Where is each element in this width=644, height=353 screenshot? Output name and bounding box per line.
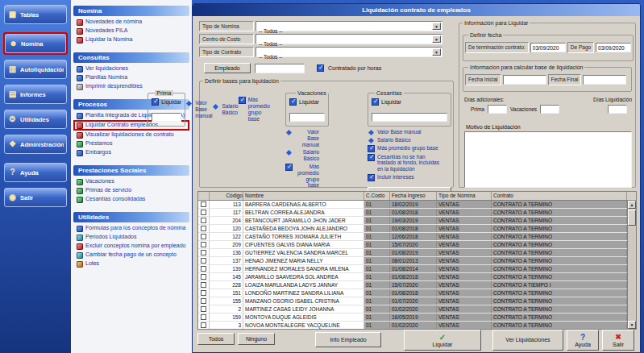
row-checkbox[interactable]	[201, 298, 206, 304]
sidebar-button-informes[interactable]: ▤Informes	[4, 85, 67, 104]
table-row[interactable]: 204BETANCOURT JARAMILLO JHON JADER0119/0…	[198, 217, 627, 225]
row-checkbox[interactable]	[201, 274, 206, 280]
table-row[interactable]: 209CIFUENTES GALVIS DIANA MARIA0115/07/2…	[198, 241, 627, 249]
option-checkbox[interactable]	[368, 154, 375, 161]
table-row[interactable]: 120CASTAÑEDA BEDOYA JOHN ALEJANDRO0101/0…	[198, 225, 627, 233]
base-value-input[interactable]	[289, 113, 325, 122]
row-checkbox[interactable]	[201, 250, 206, 255]
dias-prima-input[interactable]	[488, 105, 507, 114]
row-checkbox[interactable]	[201, 290, 206, 296]
terminacion-date-input[interactable]	[530, 43, 566, 52]
table-row[interactable]: 151LONDOÑO MARTINEZ SANDRA LILIANA0101/0…	[198, 289, 627, 297]
menu-item-embargos[interactable]: Embargos	[73, 148, 189, 157]
option-valor-base-manual[interactable]: Valor Base manual	[185, 100, 212, 118]
scroll-down-icon[interactable]: ▼	[628, 321, 636, 329]
liquidar-checkbox[interactable]	[152, 98, 159, 106]
ninguno-button[interactable]: Ninguno	[238, 333, 275, 345]
salir-button[interactable]: ✖ Salir	[602, 330, 634, 351]
row-checkbox[interactable]	[201, 242, 206, 247]
option-salario-basico[interactable]: Salario Básico	[212, 103, 238, 116]
option-checkbox[interactable]	[368, 145, 375, 152]
scroll-up-icon[interactable]: ▲	[628, 201, 636, 209]
ver-liquidaciones-button[interactable]: Ver Liquidaciones	[492, 330, 563, 351]
row-checkbox[interactable]	[201, 258, 206, 264]
contratado-horas-checkbox[interactable]	[317, 64, 324, 72]
sidebar-button-salir[interactable]: ◉Salir	[4, 188, 67, 207]
empleado-button[interactable]: Empleado	[204, 63, 251, 73]
menu-item-novedades-pila[interactable]: Novedades PILA	[73, 27, 189, 35]
chevron-down-icon[interactable]: ▼	[432, 35, 441, 43]
fecha-final-input[interactable]	[583, 75, 626, 85]
base-value-input[interactable]	[152, 113, 181, 122]
table-row[interactable]: 122CASTAÑO TORRES XIOMARA JULIETH0112/06…	[198, 233, 627, 241]
row-checkbox[interactable]	[201, 234, 206, 239]
menu-item-planillas-nomina[interactable]: Planillas Nomina	[73, 73, 189, 82]
option-salario-basico[interactable]: Salario Básico	[285, 149, 319, 162]
filter-dropdown-tipo-de-nomina[interactable]: -- Todos --▼	[256, 21, 442, 31]
sidebar-button-administracion[interactable]: ❖Administración	[4, 135, 67, 154]
option-mas-promedio-grupo-base[interactable]: Más promedio grupo base	[239, 97, 270, 122]
sidebar-button-nomina[interactable]: ☻Nomina	[5, 34, 66, 53]
row-checkbox[interactable]	[201, 322, 206, 328]
liquidar-checkbox[interactable]	[289, 98, 297, 106]
row-checkbox[interactable]	[201, 226, 206, 231]
empleado-input[interactable]	[255, 64, 305, 73]
option-cesantias-no-se-han-traslado-al-fondo-incluidas-en-la-liquidacion[interactable]: Cesantías no se han traslado al fondo, i…	[368, 154, 451, 172]
menu-item-visualizar-liquidaciones-de-contrato[interactable]: Visualizar liquidaciones de contrato	[73, 131, 189, 139]
sidebar-button-autoliquidacion[interactable]: ▥Autoliquidación	[4, 60, 67, 79]
table-row[interactable]: 136GUTIERREZ VALENCIA SANDRA MARCEL0101/…	[198, 249, 627, 257]
table-row[interactable]: 145JARAMILLO SAAVEDRA SOL ANDREA0101/08/…	[198, 273, 627, 281]
liquidar-checkbox[interactable]	[372, 98, 379, 106]
option-checkbox[interactable]	[368, 174, 375, 181]
base-value-input[interactable]	[372, 113, 447, 122]
option-incluir-intereses[interactable]: Incluir intereses	[368, 174, 451, 181]
menu-item-formulas-para-los-conceptos-de-nomina[interactable]: Fórmulas para los conceptos de nómina	[73, 224, 189, 233]
table-row[interactable]: 113BARRERA CARDENAS ALBERTO0118/02/2019V…	[198, 201, 627, 209]
row-checkbox[interactable]	[201, 201, 206, 207]
table-row[interactable]: 159MONTOYA DUQUE AGLEIDIS0116/05/2019VEN…	[198, 314, 627, 322]
todos-button[interactable]: Todos	[197, 333, 235, 345]
menu-item-novedades-de-nomina[interactable]: Novedades de nómina	[73, 18, 189, 27]
filter-dropdown-centro-de-costo[interactable]: -- Todos --▼	[256, 34, 442, 44]
table-row[interactable]: 137HENAO JIMENEZ MARIA NELLY0108/01/2013…	[198, 257, 627, 265]
sidebar-button-utilidades[interactable]: ⚙Utilidades	[4, 110, 67, 129]
option-checkbox[interactable]	[239, 97, 246, 104]
table-row[interactable]: 228LOAIZA MARULANDA LADYS JANNAY0115/07/…	[198, 281, 627, 289]
chevron-down-icon[interactable]: ▼	[432, 23, 441, 30]
menu-item-ver-liquidaciones[interactable]: Ver liquidaciones	[73, 64, 189, 73]
scrollbar-thumb[interactable]	[628, 210, 636, 226]
table-row[interactable]: 155MANZANO OSORIO ISABEL CRISTINA0101/07…	[198, 297, 627, 305]
filter-dropdown-tipo-de-contrato[interactable]: -- Todos --▼	[256, 47, 442, 57]
table-scrollbar[interactable]: ▲ ▼	[627, 201, 636, 329]
row-checkbox[interactable]	[201, 210, 206, 215]
menu-item-primas-de-servicio[interactable]: Primas de servicio	[73, 186, 189, 195]
menu-item-vacaciones[interactable]: Vacaciones	[73, 177, 189, 186]
option-salario-basico[interactable]: Salario Básico	[368, 137, 451, 143]
menu-item-excluir-conceptos-nomina-por-empleado[interactable]: Excluir conceptos nomina por empleado	[73, 242, 189, 251]
row-checkbox[interactable]	[201, 266, 206, 272]
table-row[interactable]: 139HERNANDEZ MORALES SANDRA MILENA0101/0…	[198, 265, 627, 273]
row-checkbox[interactable]	[201, 218, 206, 223]
chevron-down-icon[interactable]: ▼	[432, 48, 441, 56]
table-row[interactable]: 2MARTINEZ CASAS LEIDY JOHANNA0101/02/202…	[198, 305, 627, 314]
dialog-titlebar[interactable]: Liquidación contrato de empleados	[193, 4, 640, 16]
menu-item-liquidar-la-nomina[interactable]: Liquidar la Nomina	[73, 35, 189, 44]
table-row[interactable]: 3NOVOA MONTEALEGRE YACQUELINE0101/02/202…	[198, 322, 627, 329]
fecha-inicial-input[interactable]	[503, 75, 546, 85]
sidebar-button-ayuda[interactable]: ?Ayuda	[4, 163, 67, 182]
ayuda-button[interactable]: ? Ayuda	[567, 330, 599, 351]
menu-item-cesantias-consolidadas[interactable]: Cesantías consolidadas	[73, 195, 189, 204]
option-valor-base-manual[interactable]: Valor Base manual	[368, 129, 451, 135]
option-mas-promedio-grupo-base[interactable]: Más promedio grupo base	[285, 164, 319, 189]
info-empleado-button[interactable]: Info Empleado	[315, 332, 381, 347]
sidebar-button-tablas[interactable]: ▦Tablas	[4, 5, 67, 24]
motivo-textarea[interactable]	[464, 131, 632, 188]
menu-item-prestamos[interactable]: Préstamos	[73, 139, 189, 148]
pago-date-input[interactable]	[596, 43, 631, 52]
row-checkbox[interactable]	[201, 282, 206, 288]
row-checkbox[interactable]	[201, 314, 206, 320]
row-checkbox[interactable]	[201, 306, 206, 312]
option-valor-base-manual[interactable]: Valor Base manual	[285, 129, 319, 147]
dias-vacaciones-input[interactable]	[540, 105, 559, 114]
menu-item-periodos-liquidados[interactable]: Periodos Liquidados	[73, 233, 189, 242]
